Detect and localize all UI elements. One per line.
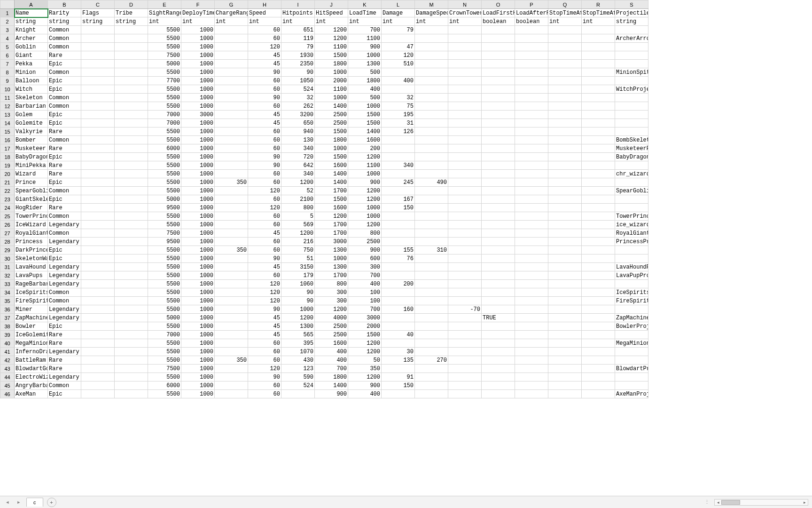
cell[interactable] [415, 254, 448, 263]
cell[interactable]: 1700 [315, 229, 348, 238]
cell[interactable] [215, 390, 248, 398]
cell[interactable] [215, 305, 248, 314]
row-header[interactable]: 46 [0, 390, 15, 398]
cell[interactable]: 9500 [148, 238, 181, 246]
cell[interactable]: Speed [248, 9, 281, 17]
cell[interactable]: 5500 [148, 187, 181, 195]
cell[interactable]: 310 [415, 246, 448, 254]
cell[interactable]: 60 [248, 356, 281, 365]
cell[interactable] [415, 43, 448, 51]
cell[interactable]: MegaMinionSpit [615, 339, 648, 348]
cell[interactable] [582, 221, 615, 229]
cell[interactable]: Common [48, 68, 81, 77]
cell[interactable]: 179 [281, 271, 315, 280]
cell[interactable] [582, 238, 615, 246]
cell[interactable]: 2500 [315, 331, 348, 339]
cell[interactable]: Legendary [48, 263, 81, 271]
cell[interactable]: IceWizard [15, 221, 48, 229]
cell[interactable]: GiantSkeleton [15, 195, 48, 204]
prev-sheet-button[interactable]: ◂ [4, 499, 11, 506]
cell[interactable] [115, 144, 148, 153]
cell[interactable]: ZapMachine [15, 314, 48, 322]
cell[interactable]: 1200 [281, 229, 315, 238]
cell[interactable]: AxeMan [15, 390, 48, 398]
cell[interactable] [81, 254, 115, 263]
cell[interactable] [515, 195, 548, 204]
cell[interactable]: 900 [315, 390, 348, 398]
cell[interactable]: 6000 [148, 144, 181, 153]
cell[interactable] [582, 195, 615, 204]
cell[interactable] [548, 68, 582, 77]
cell[interactable] [515, 229, 548, 238]
cell[interactable] [515, 26, 548, 34]
cell[interactable] [415, 314, 448, 322]
cell[interactable]: string [615, 17, 648, 26]
cell[interactable] [515, 331, 548, 339]
cell[interactable] [548, 356, 582, 365]
cell[interactable]: 7500 [148, 365, 181, 373]
cell[interactable] [515, 322, 548, 331]
cell[interactable] [215, 238, 248, 246]
cell[interactable] [615, 381, 648, 390]
row-header[interactable]: 18 [0, 153, 15, 161]
column-header[interactable]: G [215, 0, 248, 9]
cell[interactable]: 1400 [315, 381, 348, 390]
cell[interactable]: 1060 [281, 280, 315, 288]
cell[interactable]: Name [15, 9, 48, 17]
cell[interactable] [515, 263, 548, 271]
cell[interactable] [482, 119, 515, 127]
cell[interactable]: 1000 [181, 238, 215, 246]
cell[interactable] [448, 365, 482, 373]
cell[interactable] [81, 26, 115, 34]
cell[interactable]: Rare [48, 170, 81, 178]
cell[interactable]: 700 [315, 365, 348, 373]
cell[interactable] [448, 153, 482, 161]
cell[interactable]: 300 [315, 297, 348, 305]
cell[interactable]: 90 [248, 68, 281, 77]
column-header[interactable]: A [15, 0, 48, 9]
cell[interactable] [482, 111, 515, 119]
cell[interactable] [582, 280, 615, 288]
cell[interactable] [415, 187, 448, 195]
cell[interactable] [115, 204, 148, 212]
cell[interactable] [615, 348, 648, 356]
cell[interactable]: 100 [348, 288, 382, 297]
cell[interactable] [382, 229, 415, 238]
cell[interactable] [215, 288, 248, 297]
cell[interactable] [615, 356, 648, 365]
row-header[interactable]: 32 [0, 271, 15, 280]
row-header[interactable]: 16 [0, 136, 15, 144]
cell[interactable]: 60 [248, 26, 281, 34]
row-header[interactable]: 22 [0, 187, 15, 195]
row-header[interactable]: 5 [0, 43, 15, 51]
cell[interactable]: 75 [382, 102, 415, 111]
cell[interactable] [515, 339, 548, 348]
cell[interactable] [81, 390, 115, 398]
cell[interactable] [415, 263, 448, 271]
cell[interactable]: 5000 [148, 314, 181, 322]
cell[interactable] [582, 356, 615, 365]
cell[interactable]: 5500 [148, 170, 181, 178]
row-header[interactable]: 38 [0, 322, 15, 331]
cell[interactable] [215, 187, 248, 195]
cell[interactable] [215, 136, 248, 144]
cell[interactable] [81, 373, 115, 381]
cell[interactable] [448, 119, 482, 127]
cell[interactable]: 60 [248, 195, 281, 204]
cell[interactable]: 1000 [181, 331, 215, 339]
cell[interactable]: 5500 [148, 373, 181, 381]
cell[interactable]: 7000 [148, 331, 181, 339]
cell[interactable]: Rarity [48, 9, 81, 17]
cell[interactable]: 160 [382, 305, 415, 314]
cell[interactable]: 5500 [148, 246, 181, 254]
cell[interactable]: Common [48, 229, 81, 238]
cell[interactable]: 1000 [181, 170, 215, 178]
cell[interactable] [582, 339, 615, 348]
cell[interactable] [515, 51, 548, 60]
cell[interactable] [515, 373, 548, 381]
cell[interactable]: BattleRam [15, 356, 48, 365]
cell[interactable] [482, 85, 515, 94]
cell[interactable]: 60 [248, 102, 281, 111]
cell[interactable]: 5500 [148, 305, 181, 314]
cell[interactable]: 1000 [181, 60, 215, 68]
